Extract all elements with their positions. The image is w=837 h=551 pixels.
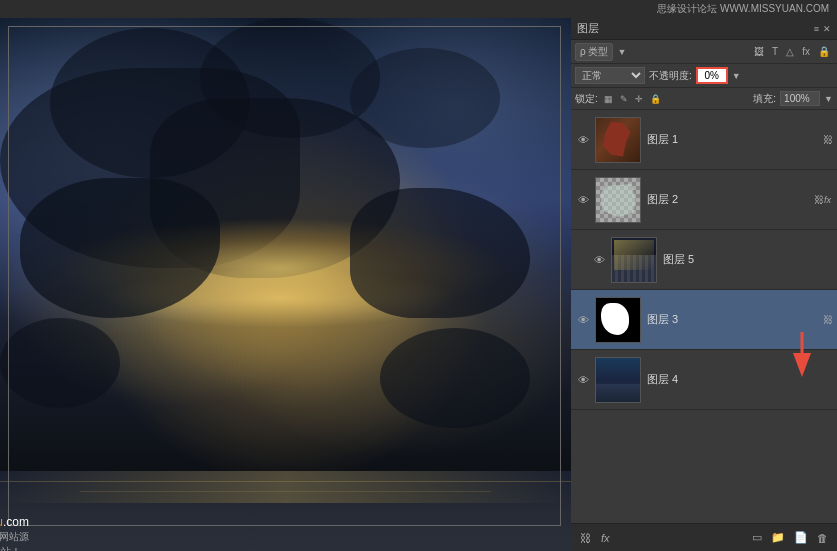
bottom-folder-icon[interactable]: 📁 (768, 529, 788, 546)
lock-paint-icon[interactable]: ✎ (618, 93, 630, 105)
opacity-dropdown-arrow[interactable]: ▼ (732, 71, 741, 81)
lock-move-icon[interactable]: ✛ (633, 93, 645, 105)
search-icons: 🖼 T △ fx 🔒 (751, 45, 833, 58)
blend-row: 正常 不透明度: 0% ▼ (571, 64, 837, 88)
layer-item-1[interactable]: 👁 图层 1 ⛓ (571, 110, 837, 170)
search-bar: ρ 类型 ▼ 🖼 T △ fx 🔒 (571, 40, 837, 64)
layer-2-link[interactable]: ⛓ (814, 194, 824, 205)
layer-3-link[interactable]: ⛓ (823, 314, 833, 325)
layer-item-3[interactable]: 👁 图层 3 ⛓ (571, 290, 837, 350)
lock-all-icon[interactable]: 🔒 (648, 93, 663, 105)
search-icon-fx[interactable]: fx (799, 45, 813, 58)
bottom-bar: ⛓ fx ▭ 📁 📄 🗑 (571, 523, 837, 551)
fill-dropdown-arrow[interactable]: ▼ (824, 94, 833, 104)
layer-1-name: 图层 1 (647, 132, 823, 147)
layer-2-visibility[interactable]: 👁 (575, 192, 591, 208)
panel-header: 图层 ≡ ✕ (571, 18, 837, 40)
cloud-swirl-3 (0, 318, 120, 408)
bottom-new-layer-icon[interactable]: 📄 (791, 529, 811, 546)
layer-2-thumb (595, 177, 641, 223)
layer-3-thumb (595, 297, 641, 343)
fill-label: 填充: (753, 92, 776, 106)
canvas-area: aspku.com 免费网站源码下载站！ (0, 18, 571, 551)
water-reflection (0, 471, 571, 503)
layer-item-2[interactable]: 👁 图层 2 ⛓ fx (571, 170, 837, 230)
water-line (0, 481, 571, 482)
layers-list: 👁 图层 1 ⛓ 👁 图层 2 ⛓ fx 👁 图层 5 (571, 110, 837, 523)
search-label[interactable]: ρ 类型 (575, 43, 613, 61)
layer-3-thumb-shape (601, 303, 629, 335)
lock-row: 锁定: ▦ ✎ ✛ 🔒 填充: 100% ▼ (571, 88, 837, 110)
lock-label: 锁定: (575, 92, 598, 106)
layer-3-visibility[interactable]: 👁 (575, 312, 591, 328)
bottom-delete-icon[interactable]: 🗑 (814, 530, 831, 546)
search-icon-lock[interactable]: 🔒 (815, 45, 833, 58)
layer-item-5[interactable]: 👁 图层 5 (571, 230, 837, 290)
bottom-link-icon[interactable]: ⛓ (577, 530, 594, 546)
bottom-fx-icon[interactable]: fx (598, 530, 613, 546)
layer-4-thumb-water (596, 384, 640, 402)
water-line-2 (80, 491, 491, 492)
opacity-value[interactable]: 0% (696, 67, 728, 84)
cloud-swirl-4 (380, 328, 530, 428)
canvas-background (0, 18, 571, 551)
layer-3-name: 图层 3 (647, 312, 823, 327)
panel-header-icons: ≡ ✕ (814, 24, 831, 34)
blend-mode-select[interactable]: 正常 (575, 67, 645, 84)
red-arrow-svg (782, 327, 822, 377)
search-dropdown-arrow[interactable]: ▼ (617, 47, 626, 57)
panel-menu-icon[interactable]: ≡ (814, 24, 819, 34)
layer-2-fx: fx (824, 195, 831, 205)
search-icon-img[interactable]: 🖼 (751, 45, 767, 58)
layer-1-visibility[interactable]: 👁 (575, 132, 591, 148)
layer-1-thumb-shape (602, 122, 632, 157)
search-icon-text[interactable]: T (769, 45, 781, 58)
layer-4-visibility[interactable]: 👁 (575, 372, 591, 388)
top-bar: 思缘设计论坛 WWW.MISSYUAN.COM (0, 0, 837, 18)
bottom-icons-left: ⛓ fx (577, 530, 613, 546)
watermark-text: aspku.com 免费网站源码下载站！ (0, 515, 29, 551)
lock-icons: ▦ ✎ ✛ 🔒 (602, 93, 663, 105)
wm-sub: 免费网站源码下载站！ (0, 531, 29, 551)
layer-5-thumb (611, 237, 657, 283)
layer-1-thumb (595, 117, 641, 163)
layers-panel: 图层 ≡ ✕ ρ 类型 ▼ 🖼 T △ fx 🔒 正常 不透明度: 0% ▼ 锁… (571, 18, 837, 551)
water-area (0, 471, 571, 551)
bottom-mask-icon[interactable]: ▭ (749, 529, 765, 546)
lock-transparent-icon[interactable]: ▦ (602, 93, 615, 105)
layer-1-link[interactable]: ⛓ (823, 134, 833, 145)
layer-5-visibility[interactable]: 👁 (591, 252, 607, 268)
search-icon-shape[interactable]: △ (783, 45, 797, 58)
top-bar-text: 思缘设计论坛 WWW.MISSYUAN.COM (657, 2, 829, 16)
bottom-icons-right: ▭ 📁 📄 🗑 (749, 529, 831, 546)
layer-2-thumb-shape (596, 178, 640, 222)
layer-2-name: 图层 2 (647, 192, 814, 207)
panel-title: 图层 (577, 21, 599, 36)
layer-5-glow (614, 240, 654, 270)
layer-5-name: 图层 5 (663, 252, 833, 267)
panel-close-icon[interactable]: ✕ (823, 24, 831, 34)
wm-part2: .com (3, 515, 29, 529)
layer-4-thumb (595, 357, 641, 403)
opacity-label: 不透明度: (649, 69, 692, 83)
fill-value[interactable]: 100% (780, 91, 820, 106)
